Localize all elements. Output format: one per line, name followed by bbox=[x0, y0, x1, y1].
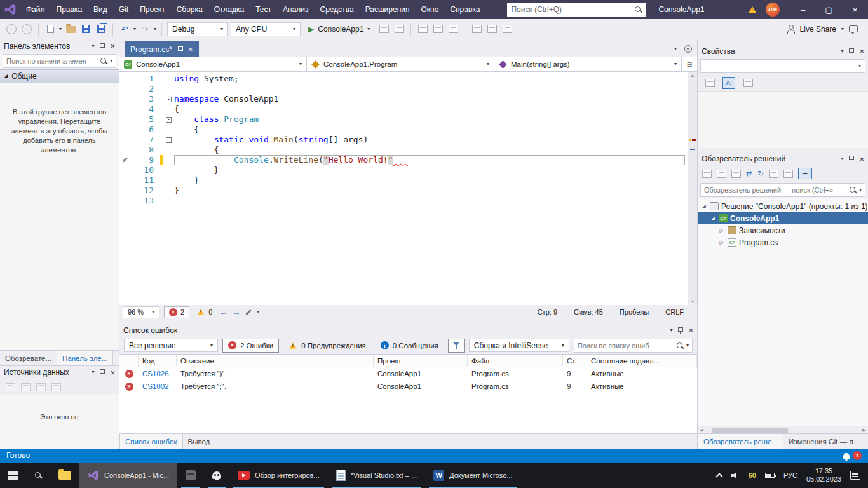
collapse-icon[interactable]: ◢ bbox=[709, 215, 716, 221]
scrollbar-thumb[interactable] bbox=[712, 428, 788, 433]
editor-options-icon[interactable] bbox=[684, 45, 692, 53]
code-line-11[interactable]: 11 } bbox=[119, 175, 688, 186]
start-button[interactable] bbox=[0, 463, 26, 488]
column-state[interactable]: Состояние подавл... bbox=[587, 355, 697, 367]
edit-data-source-icon[interactable] bbox=[21, 383, 31, 391]
refresh-icon[interactable]: ↻ bbox=[757, 170, 764, 177]
tab-error-list[interactable]: Список ошибок bbox=[119, 434, 183, 449]
tab-program-cs[interactable]: Program.cs* × bbox=[125, 41, 199, 57]
notifications-badge[interactable]: 1 bbox=[853, 451, 862, 460]
action-center-icon[interactable] bbox=[850, 471, 860, 480]
close-icon[interactable]: × bbox=[110, 42, 115, 50]
configure-data-source-icon[interactable] bbox=[36, 383, 46, 391]
pin-icon[interactable] bbox=[177, 46, 183, 53]
battery-percent-label[interactable]: 60 bbox=[749, 471, 756, 479]
column-file[interactable]: Файл bbox=[468, 355, 563, 367]
live-share-icon[interactable] bbox=[786, 25, 795, 34]
error-search-input[interactable] bbox=[578, 342, 674, 349]
close-icon[interactable]: × bbox=[859, 47, 864, 55]
find-in-files-icon[interactable] bbox=[416, 22, 429, 37]
pin-icon[interactable] bbox=[848, 155, 854, 163]
warnings-filter-button[interactable]: 0 Предупреждения bbox=[283, 339, 371, 353]
pin-icon[interactable] bbox=[848, 48, 854, 55]
menu-item-4[interactable]: Проект bbox=[134, 0, 171, 19]
redo-icon[interactable]: ↷ bbox=[139, 22, 151, 37]
attach-process-icon[interactable] bbox=[377, 22, 390, 37]
live-share-label[interactable]: Live Share bbox=[800, 25, 836, 34]
code-line-6[interactable]: 6 { bbox=[119, 125, 688, 135]
filter-button[interactable] bbox=[448, 339, 465, 353]
code-line-3[interactable]: 3-namespace ConsoleApp1 bbox=[119, 94, 688, 104]
error-search[interactable]: ▾ bbox=[574, 339, 693, 353]
scroll-down-icon[interactable]: ▼ bbox=[688, 299, 697, 304]
start-debugging-button[interactable]: ▶ ConsoleApp1 ▾ bbox=[303, 22, 375, 37]
chevron-down-icon[interactable]: ▾ bbox=[841, 27, 844, 32]
minimize-button[interactable]: – bbox=[790, 0, 816, 19]
file-explorer-button[interactable] bbox=[50, 463, 79, 488]
volume-icon[interactable] bbox=[731, 471, 740, 480]
categorized-icon[interactable] bbox=[703, 77, 716, 89]
properties-object-select[interactable]: ▾ bbox=[700, 59, 865, 73]
tray-expand-icon[interactable] bbox=[715, 473, 722, 480]
menu-item-10[interactable]: Расширения bbox=[360, 0, 416, 19]
code-line-4[interactable]: 4{ bbox=[119, 104, 688, 114]
tab-server-explorer[interactable]: Обозревате... bbox=[0, 351, 57, 365]
taskbar-notepad-button[interactable]: *Visual Studio.txt – ... bbox=[328, 463, 425, 488]
taskbar-word-button[interactable]: W Документ Microso... bbox=[425, 463, 521, 488]
chevron-down-icon[interactable]: ▾ bbox=[841, 156, 843, 161]
menu-item-2[interactable]: Вид bbox=[88, 0, 113, 19]
tree-item-1[interactable]: ◢C#ConsoleApp1 bbox=[698, 212, 868, 224]
nav-member-select[interactable]: Main(string[] args)▾ bbox=[494, 57, 682, 71]
menu-item-1[interactable]: Правка bbox=[51, 0, 88, 19]
platform-select[interactable]: Any CPU▾ bbox=[231, 22, 301, 36]
document-list-icon[interactable]: ▾ bbox=[674, 46, 677, 51]
code-line-7[interactable]: 7- static void Main(string[] args) bbox=[119, 135, 688, 145]
solution-search-input[interactable] bbox=[704, 186, 846, 194]
error-source-select[interactable]: Сборка и IntelliSense▾ bbox=[469, 339, 569, 352]
fold-toggle-icon[interactable]: - bbox=[166, 117, 172, 123]
pin-icon[interactable] bbox=[99, 369, 105, 376]
toolbox-search[interactable]: ▾ bbox=[3, 54, 116, 68]
menu-item-3[interactable]: Git bbox=[113, 0, 134, 19]
property-pages-icon[interactable] bbox=[742, 77, 754, 89]
chevron-down-icon[interactable]: ▾ bbox=[154, 27, 156, 32]
toolbox-group-general[interactable]: ◢ Общие bbox=[0, 69, 119, 83]
code-line-9[interactable]: 9 Console.WriteLine("Hello World!" bbox=[119, 155, 688, 165]
code-line-2[interactable]: 2 bbox=[119, 84, 688, 94]
taskbar-visual-studio-button[interactable]: ConsoleApp1 - Mic... bbox=[79, 463, 177, 488]
expand-icon[interactable]: ▷ bbox=[718, 240, 725, 245]
close-icon[interactable]: × bbox=[110, 369, 115, 377]
column-line[interactable]: Ст... bbox=[563, 355, 587, 367]
pin-icon[interactable] bbox=[99, 43, 105, 50]
home-icon[interactable] bbox=[702, 170, 712, 178]
menu-item-9[interactable]: Средства bbox=[315, 0, 360, 19]
properties-shortcut-icon[interactable] bbox=[783, 170, 793, 178]
close-icon[interactable]: × bbox=[188, 45, 193, 53]
column-code[interactable]: Код bbox=[139, 355, 177, 367]
taskbar-game-button[interactable] bbox=[177, 463, 204, 488]
notification-warning-icon[interactable] bbox=[749, 6, 756, 13]
collapse-all-icon[interactable] bbox=[717, 170, 726, 178]
pending-changes-icon[interactable] bbox=[731, 170, 741, 178]
code-line-5[interactable]: 5- class Program bbox=[119, 114, 688, 125]
scroll-right-icon[interactable]: ▶ bbox=[860, 428, 868, 433]
comment-icon[interactable] bbox=[431, 22, 444, 37]
code-line-12[interactable]: 12} bbox=[119, 186, 688, 196]
close-button[interactable]: × bbox=[842, 0, 868, 19]
next-issue-button[interactable]: → bbox=[232, 308, 240, 316]
taskbar-isaac-button[interactable] bbox=[204, 463, 229, 488]
tree-item-2[interactable]: ▷Зависимости bbox=[698, 224, 868, 236]
scroll-up-icon[interactable]: ▲ bbox=[688, 73, 697, 78]
solution-search[interactable]: ▾ bbox=[700, 183, 865, 197]
clock[interactable]: 17:35 05.02.2023 bbox=[806, 467, 841, 484]
menu-item-8[interactable]: Анализ bbox=[277, 0, 315, 19]
menu-item-11[interactable]: Окно bbox=[415, 0, 444, 19]
pin-icon[interactable] bbox=[677, 327, 683, 334]
chevron-down-icon[interactable]: ▾ bbox=[670, 328, 672, 333]
zoom-select[interactable]: 96 %▾ bbox=[123, 306, 159, 318]
nav-type-select[interactable]: ConsoleApp1.Program▾ bbox=[307, 57, 494, 71]
taskbar-browser-button[interactable]: Обзор интегриров... bbox=[229, 463, 328, 488]
refresh-data-source-icon[interactable] bbox=[51, 383, 61, 391]
column-project[interactable]: Проект bbox=[374, 355, 468, 367]
fold-toggle-icon[interactable]: - bbox=[166, 97, 172, 102]
